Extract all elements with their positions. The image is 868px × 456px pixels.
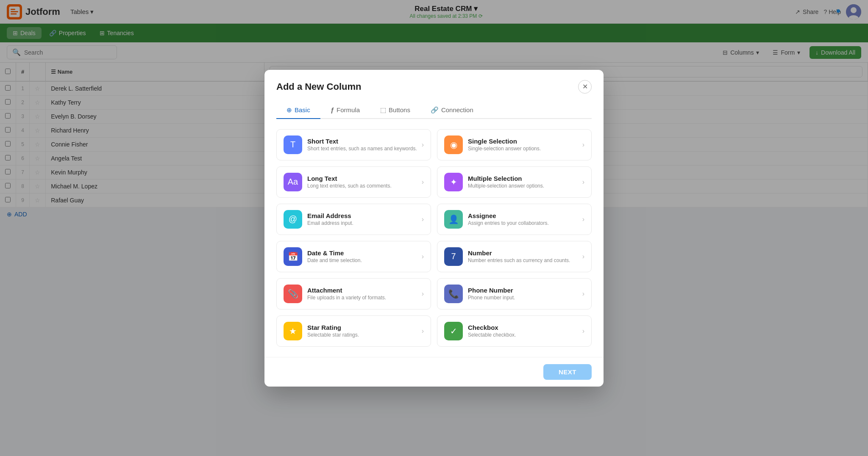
- card-desc-short-text: Short text entries, such as names and ke…: [307, 146, 417, 152]
- card-title-number: Number: [468, 249, 570, 257]
- card-chevron-star-rating: ›: [422, 327, 424, 335]
- connection-tab-label: Connection: [441, 106, 473, 113]
- card-desc-date-time: Date and time selection.: [307, 257, 362, 263]
- card-icon-phone-number: 📞: [444, 285, 463, 303]
- modal-tab-buttons[interactable]: ⬚ Buttons: [370, 102, 420, 119]
- card-text-single-selection: Single Selection Single-selection answer…: [468, 138, 541, 152]
- card-icon-number: 7: [444, 247, 463, 266]
- card-title-date-time: Date & Time: [307, 249, 362, 257]
- card-desc-long-text: Long text entries, such as comments.: [307, 183, 392, 189]
- modal-footer: NEXT: [264, 357, 604, 387]
- card-title-checkbox: Checkbox: [468, 324, 516, 331]
- card-text-assignee: Assignee Assign entries to your collabor…: [468, 212, 549, 226]
- buttons-tab-label: Buttons: [389, 106, 410, 113]
- card-text-short-text: Short Text Short text entries, such as n…: [307, 138, 417, 152]
- card-text-phone-number: Phone Number Phone number input.: [468, 287, 515, 301]
- modal-tab-basic[interactable]: ⊕ Basic: [276, 102, 320, 119]
- card-left-long-text: Aa Long Text Long text entries, such as …: [284, 173, 392, 191]
- card-title-star-rating: Star Rating: [307, 324, 359, 331]
- modal-close-button[interactable]: ✕: [578, 80, 592, 94]
- column-type-star-rating[interactable]: ★ Star Rating Selectable star ratings. ›: [276, 315, 431, 347]
- card-desc-attachment: File uploads in a variety of formats.: [307, 295, 386, 301]
- card-desc-star-rating: Selectable star ratings.: [307, 332, 359, 338]
- card-title-long-text: Long Text: [307, 175, 392, 182]
- card-left-date-time: 📅 Date & Time Date and time selection.: [284, 247, 362, 266]
- card-text-date-time: Date & Time Date and time selection.: [307, 249, 362, 263]
- card-title-short-text: Short Text: [307, 138, 417, 145]
- card-title-multiple-selection: Multiple Selection: [468, 175, 544, 182]
- card-icon-short-text: T: [284, 135, 302, 154]
- card-left-star-rating: ★ Star Rating Selectable star ratings.: [284, 322, 359, 340]
- card-icon-multiple-selection: ✦: [444, 173, 463, 191]
- card-desc-checkbox: Selectable checkbox.: [468, 332, 516, 338]
- card-text-multiple-selection: Multiple Selection Multiple-selection an…: [468, 175, 544, 189]
- card-left-short-text: T Short Text Short text entries, such as…: [284, 135, 417, 154]
- card-left-number: 7 Number Number entries such as currency…: [444, 247, 570, 266]
- column-type-multiple-selection[interactable]: ✦ Multiple Selection Multiple-selection …: [437, 166, 592, 198]
- basic-tab-icon: ⊕: [287, 106, 292, 114]
- card-title-phone-number: Phone Number: [468, 287, 515, 294]
- column-type-date-time[interactable]: 📅 Date & Time Date and time selection. ›: [276, 241, 431, 272]
- card-left-phone-number: 📞 Phone Number Phone number input.: [444, 285, 515, 303]
- card-left-email-address: @ Email Address Email address input.: [284, 210, 353, 229]
- card-title-assignee: Assignee: [468, 212, 549, 219]
- column-type-short-text[interactable]: T Short Text Short text entries, such as…: [276, 129, 431, 160]
- column-type-phone-number[interactable]: 📞 Phone Number Phone number input. ›: [437, 278, 592, 310]
- column-type-email-address[interactable]: @ Email Address Email address input. ›: [276, 204, 431, 235]
- card-left-assignee: 👤 Assignee Assign entries to your collab…: [444, 210, 549, 229]
- buttons-tab-icon: ⬚: [380, 106, 386, 114]
- card-icon-assignee: 👤: [444, 210, 463, 229]
- card-chevron-assignee: ›: [582, 216, 584, 223]
- card-icon-long-text: Aa: [284, 173, 302, 191]
- card-chevron-single-selection: ›: [582, 141, 584, 149]
- card-desc-number: Number entries such as currency and coun…: [468, 257, 570, 263]
- card-left-single-selection: ◉ Single Selection Single-selection answ…: [444, 135, 541, 154]
- column-type-attachment[interactable]: 📎 Attachment File uploads in a variety o…: [276, 278, 431, 310]
- card-icon-checkbox: ✓: [444, 322, 463, 340]
- card-left-checkbox: ✓ Checkbox Selectable checkbox.: [444, 322, 516, 340]
- column-type-long-text[interactable]: Aa Long Text Long text entries, such as …: [276, 166, 431, 198]
- card-title-email-address: Email Address: [307, 212, 353, 219]
- card-icon-attachment: 📎: [284, 285, 302, 303]
- card-text-long-text: Long Text Long text entries, such as com…: [307, 175, 392, 189]
- modal-tabs: ⊕ Basic ƒ Formula ⬚ Buttons 🔗 Connection: [276, 102, 592, 119]
- card-left-multiple-selection: ✦ Multiple Selection Multiple-selection …: [444, 173, 544, 191]
- card-left-attachment: 📎 Attachment File uploads in a variety o…: [284, 285, 386, 303]
- card-text-star-rating: Star Rating Selectable star ratings.: [307, 324, 359, 338]
- card-chevron-checkbox: ›: [582, 327, 584, 335]
- card-desc-multiple-selection: Multiple-selection answer options.: [468, 183, 544, 189]
- card-desc-phone-number: Phone number input.: [468, 295, 515, 301]
- next-button[interactable]: NEXT: [543, 364, 592, 380]
- card-chevron-multiple-selection: ›: [582, 178, 584, 186]
- card-icon-date-time: 📅: [284, 247, 302, 266]
- card-text-checkbox: Checkbox Selectable checkbox.: [468, 324, 516, 338]
- card-chevron-short-text: ›: [422, 141, 424, 149]
- card-icon-single-selection: ◉: [444, 135, 463, 154]
- modal-content: T Short Text Short text entries, such as…: [264, 119, 604, 357]
- column-type-number[interactable]: 7 Number Number entries such as currency…: [437, 241, 592, 272]
- card-text-attachment: Attachment File uploads in a variety of …: [307, 287, 386, 301]
- formula-tab-icon: ƒ: [331, 106, 334, 113]
- modal-tab-formula[interactable]: ƒ Formula: [320, 102, 370, 119]
- formula-tab-label: Formula: [337, 106, 360, 113]
- card-icon-star-rating: ★: [284, 322, 302, 340]
- modal-tab-connection[interactable]: 🔗 Connection: [420, 102, 484, 119]
- modal-header: Add a New Column ✕: [264, 70, 604, 94]
- card-text-number: Number Number entries such as currency a…: [468, 249, 570, 263]
- column-type-assignee[interactable]: 👤 Assignee Assign entries to your collab…: [437, 204, 592, 235]
- modal-title: Add a New Column: [276, 81, 361, 92]
- card-chevron-phone-number: ›: [582, 290, 584, 298]
- basic-tab-label: Basic: [295, 106, 310, 113]
- card-chevron-date-time: ›: [422, 253, 424, 260]
- card-chevron-attachment: ›: [422, 290, 424, 298]
- card-desc-single-selection: Single-selection answer options.: [468, 146, 541, 152]
- card-text-email-address: Email Address Email address input.: [307, 212, 353, 226]
- card-chevron-email-address: ›: [422, 216, 424, 223]
- column-type-checkbox[interactable]: ✓ Checkbox Selectable checkbox. ›: [437, 315, 592, 347]
- card-title-single-selection: Single Selection: [468, 138, 541, 145]
- card-icon-email-address: @: [284, 210, 302, 229]
- modal-overlay[interactable]: Add a New Column ✕ ⊕ Basic ƒ Formula ⬚ B…: [0, 0, 868, 434]
- card-desc-email-address: Email address input.: [307, 220, 353, 226]
- card-chevron-long-text: ›: [422, 178, 424, 186]
- column-type-single-selection[interactable]: ◉ Single Selection Single-selection answ…: [437, 129, 592, 160]
